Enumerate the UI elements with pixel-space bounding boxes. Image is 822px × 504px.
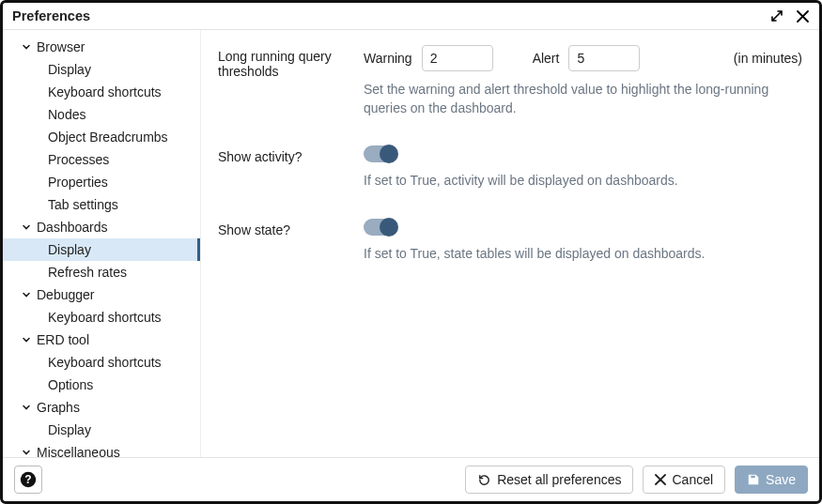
chevron-down-icon	[20, 222, 33, 232]
help-button[interactable]: ?	[14, 466, 42, 494]
cancel-label: Cancel	[672, 472, 713, 487]
tree-item[interactable]: Tab settings	[3, 193, 200, 216]
show-activity-row: Show activity? If set to True, activity …	[218, 145, 802, 191]
show-state-toggle[interactable]	[364, 219, 397, 236]
warning-label: Warning	[364, 51, 412, 66]
tree-group-label: Miscellaneous	[37, 445, 120, 457]
tree-group-header[interactable]: Miscellaneous	[3, 441, 200, 457]
alert-label: Alert	[533, 51, 560, 66]
footer: ? Reset all preferences Cancel Save	[3, 458, 819, 501]
tree-item[interactable]: Display	[3, 58, 200, 81]
titlebar-actions	[769, 8, 810, 23]
tree-group-label: Browser	[37, 39, 85, 54]
chevron-down-icon	[20, 448, 33, 457]
alert-input[interactable]	[568, 45, 640, 71]
tree-group-header[interactable]: Debugger	[3, 283, 200, 306]
preferences-dialog: Preferences BrowserDisplayKeyboard short…	[0, 0, 822, 504]
tree-item[interactable]: Properties	[3, 171, 200, 193]
settings-panel: Long running query thresholds Warning Al…	[200, 30, 819, 457]
save-label: Save	[766, 472, 796, 487]
show-state-help: If set to True, state tables will be dis…	[364, 245, 802, 264]
tree-group-label: Dashboards	[37, 220, 108, 235]
tree-group-label: Graphs	[37, 400, 80, 415]
save-icon	[747, 473, 760, 486]
cancel-button[interactable]: Cancel	[643, 466, 725, 494]
tree-group-label: Debugger	[37, 287, 95, 302]
tree-group-header[interactable]: Dashboards	[3, 216, 200, 238]
thresholds-units: (in minutes)	[734, 51, 802, 66]
tree-item[interactable]: Refresh rates	[3, 261, 200, 283]
chevron-down-icon	[20, 290, 33, 299]
tree-group-label: ERD tool	[37, 332, 89, 347]
show-activity-label: Show activity?	[218, 145, 364, 191]
tree-item[interactable]: Keyboard shortcuts	[3, 306, 200, 328]
tree-group-header[interactable]: Browser	[3, 36, 200, 58]
tree-item[interactable]: Processes	[3, 148, 200, 171]
sidebar[interactable]: BrowserDisplayKeyboard shortcutsNodesObj…	[3, 30, 200, 457]
tree-item[interactable]: Display	[3, 419, 200, 441]
cancel-icon	[655, 474, 666, 485]
save-button[interactable]: Save	[735, 466, 808, 494]
show-state-label: Show state?	[218, 219, 364, 264]
expand-icon[interactable]	[769, 8, 784, 23]
show-activity-help: If set to True, activity will be display…	[364, 172, 802, 191]
tree-item[interactable]: Display	[3, 238, 200, 261]
thresholds-help: Set the warning and alert threshold valu…	[364, 81, 802, 117]
thresholds-label: Long running query thresholds	[218, 45, 364, 117]
reset-icon	[477, 473, 491, 487]
show-activity-toggle[interactable]	[364, 145, 397, 162]
chevron-down-icon	[20, 403, 33, 412]
chevron-down-icon	[20, 335, 33, 344]
tree-group-header[interactable]: ERD tool	[3, 328, 200, 351]
tree-item[interactable]: Keyboard shortcuts	[3, 351, 200, 374]
tree-group-header[interactable]: Graphs	[3, 396, 200, 419]
reset-button[interactable]: Reset all preferences	[465, 466, 633, 494]
chevron-down-icon	[20, 42, 33, 52]
tree-item[interactable]: Object Breadcrumbs	[3, 126, 200, 148]
dialog-title: Preferences	[12, 8, 90, 23]
close-icon[interactable]	[796, 9, 810, 23]
warning-input[interactable]	[422, 45, 493, 71]
tree-item[interactable]: Nodes	[3, 103, 200, 126]
tree-item[interactable]: Keyboard shortcuts	[3, 81, 200, 103]
reset-label: Reset all preferences	[497, 472, 621, 487]
show-state-row: Show state? If set to True, state tables…	[218, 219, 802, 264]
tree-item[interactable]: Options	[3, 374, 200, 396]
svg-text:?: ?	[24, 473, 31, 486]
titlebar: Preferences	[3, 3, 819, 30]
thresholds-row: Long running query thresholds Warning Al…	[218, 45, 802, 117]
